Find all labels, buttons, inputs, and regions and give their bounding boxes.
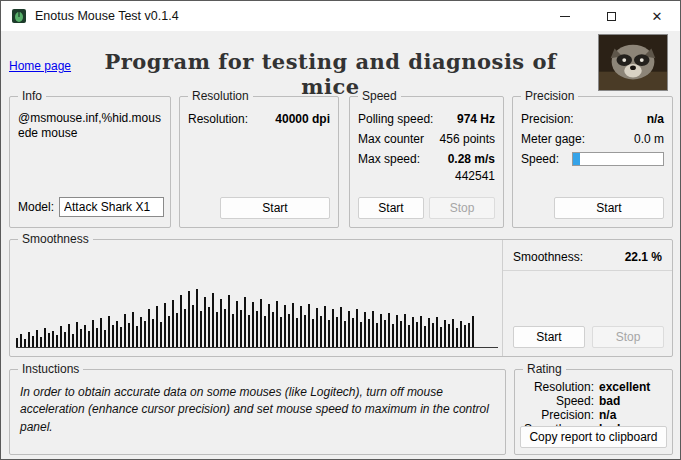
precision-start-button[interactable]: Start	[554, 197, 664, 219]
rating-row-value: bad	[599, 394, 666, 408]
rating-row-value: excellent	[599, 380, 666, 394]
maximize-button[interactable]	[588, 1, 634, 31]
smoothness-bar	[216, 312, 218, 347]
model-input[interactable]	[59, 197, 164, 217]
smoothness-bar	[404, 314, 406, 347]
smoothness-legend: Smoothness	[18, 232, 93, 246]
speed-start-button[interactable]: Start	[358, 197, 424, 219]
smoothness-bar	[156, 306, 158, 347]
resolution-legend: Resolution	[188, 89, 253, 103]
smoothness-bar	[396, 315, 398, 347]
smoothness-bar	[144, 321, 146, 347]
smoothness-bar	[472, 316, 474, 347]
smoothness-bar	[280, 317, 282, 347]
smoothness-bar	[112, 325, 114, 347]
smoothness-bar	[312, 319, 314, 347]
app-window: Enotus Mouse Test v0.1.4 ✕ Home page Pro…	[0, 0, 681, 460]
polling-speed-value: 974 Hz	[457, 112, 495, 126]
max-counter-value: 456 points	[440, 132, 495, 146]
max-speed-label: Max speed:	[358, 152, 420, 166]
window-title: Enotus Mouse Test v0.1.4	[35, 9, 179, 23]
precision-label: Precision:	[521, 112, 574, 126]
home-page-link[interactable]: Home page	[9, 59, 71, 73]
smoothness-bar	[452, 319, 454, 347]
smoothness-bar	[196, 289, 198, 347]
smoothness-bar	[116, 321, 118, 347]
max-speed-value: 0.28 m/s	[448, 152, 495, 166]
maximize-icon	[607, 12, 616, 21]
smoothness-bar	[180, 295, 182, 347]
smoothness-bar	[108, 316, 110, 347]
smoothness-plot	[16, 256, 498, 348]
smoothness-bar	[32, 336, 34, 347]
instructions-text: In order to obtain accurate data on some…	[10, 370, 505, 436]
smoothness-bar	[84, 325, 86, 347]
smoothness-bar	[204, 297, 206, 347]
smoothness-bar	[264, 316, 266, 347]
app-icon	[11, 8, 27, 24]
smoothness-bar	[328, 320, 330, 347]
smoothness-panel: Smoothness: 22.1 % Start Stop	[502, 240, 672, 356]
rating-legend: Rating	[523, 362, 566, 376]
smoothness-bar	[160, 322, 162, 347]
speed-stop-button[interactable]: Stop	[429, 197, 495, 219]
close-icon: ✕	[652, 10, 663, 23]
smoothness-bar	[68, 324, 70, 347]
smoothness-bar	[80, 329, 82, 347]
smoothness-bar	[104, 330, 106, 347]
smoothness-bar	[320, 316, 322, 347]
precision-group: Precision Precision: n/a Meter gage: 0.0…	[512, 96, 673, 228]
smoothness-value: 22.1 %	[625, 250, 662, 264]
smoothness-bar	[464, 325, 466, 347]
smoothness-start-button[interactable]: Start	[513, 326, 585, 348]
smoothness-bar	[292, 303, 294, 347]
smoothness-bar	[232, 314, 234, 347]
close-button[interactable]: ✕	[634, 1, 680, 31]
smoothness-bar	[228, 295, 230, 347]
instructions-legend: Instuctions	[18, 362, 83, 376]
smoothness-bar	[120, 327, 122, 347]
smoothness-bar	[332, 309, 334, 347]
copy-report-button[interactable]: Copy report to clipboard	[520, 426, 667, 448]
smoothness-bar	[76, 322, 78, 347]
smoothness-bar	[260, 299, 262, 347]
smoothness-bar	[152, 319, 154, 347]
smoothness-bar	[176, 313, 178, 347]
smoothness-bar	[368, 319, 370, 347]
smoothness-bar	[432, 323, 434, 347]
resolution-start-button[interactable]: Start	[220, 197, 330, 219]
smoothness-bar	[240, 310, 242, 347]
rating-row-label: Resolution:	[521, 380, 599, 394]
smoothness-bar	[300, 306, 302, 347]
smoothness-bar	[248, 315, 250, 347]
smoothness-bar	[444, 320, 446, 347]
smoothness-bar	[284, 305, 286, 347]
smoothness-bar	[72, 334, 74, 347]
minimize-button[interactable]	[542, 1, 588, 31]
page-title: Program for testing and diagnosis of mic…	[91, 49, 570, 99]
smoothness-bar	[172, 300, 174, 347]
smoothness-bar	[276, 301, 278, 347]
smoothness-bar	[388, 313, 390, 347]
smoothness-bar	[256, 311, 258, 347]
resolution-label: Resolution:	[188, 112, 248, 126]
smoothness-stop-button[interactable]: Stop	[592, 326, 664, 348]
smoothness-bar	[16, 338, 18, 347]
raccoon-image	[598, 34, 668, 91]
smoothness-bar	[220, 299, 222, 347]
rating-row-value: n/a	[599, 408, 666, 422]
smoothness-bar	[20, 334, 22, 347]
smoothness-bar	[316, 308, 318, 347]
smoothness-bar	[296, 318, 298, 347]
device-description: @msmouse.inf,%hid.mousede mouse	[10, 97, 170, 141]
smoothness-bar	[364, 312, 366, 347]
smoothness-bar	[356, 309, 358, 347]
smoothness-bar	[456, 328, 458, 347]
smoothness-bar	[428, 318, 430, 347]
smoothness-bar	[272, 312, 274, 347]
smoothness-bar	[244, 297, 246, 347]
smoothness-bar	[268, 304, 270, 347]
smoothness-bar	[412, 317, 414, 347]
smoothness-bar	[88, 331, 90, 347]
info-legend: Info	[18, 89, 46, 103]
